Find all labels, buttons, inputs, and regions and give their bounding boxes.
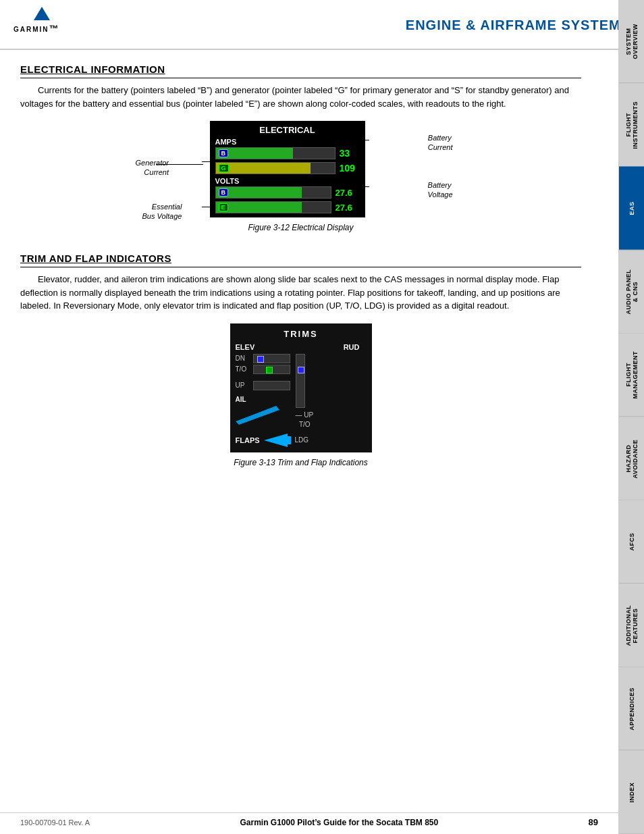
bat-current-line [356,140,369,140]
trademark-symbol: ™ [49,23,60,34]
to-elev-bar [253,365,290,374]
battery-volts-fill [216,187,302,198]
generator-amps-bar: G [215,162,336,174]
ess-connector [202,207,210,207]
sidebar-tab-index[interactable]: INDEX [619,751,644,835]
trim-flap-heading: TRIM AND FLAP INDICATORS [20,253,581,267]
battery-voltage-label: BatteryVoltage [428,180,453,200]
trim-display-box: TRIMS ELEV RUD DN [230,323,372,452]
svg-marker-1 [264,434,291,447]
flaps-label: FLAPS [236,436,260,444]
logo-wordmark: GARMIN [14,26,49,33]
dn-indicator [257,356,264,363]
essential-volts-bar: E [215,201,331,213]
svg-marker-0 [236,406,279,425]
battery-volts-row: B 27.6 [215,186,360,199]
ail-to-label: T/O [296,420,314,429]
ail-up-label: — UP [296,411,314,420]
electrical-information-section: ELECTRICAL INFORMATION Currents for the … [20,63,581,232]
electrical-display-box: ELECTRICAL AMPS B 33 G [210,121,365,217]
battery-badge: B [219,149,229,157]
generator-current-label: GeneratorCurrent [136,158,169,178]
electrical-information-heading: ELECTRICAL INFORMATION [20,63,581,78]
rud-column: — UP T/O [296,354,343,429]
battery-volts-bar: B [215,186,331,199]
amps-label: AMPS [215,138,360,146]
essential-volts-row: E 27.6 [215,201,360,213]
essential-bus-value: 27.6 [336,203,360,213]
generator-amps-row: G 109 [215,162,360,174]
trims-title: TRIMS [236,329,367,339]
sidebar-tab-flight-instruments[interactable]: FLIGHTINSTRUMENTS [619,84,644,167]
sidebar-tab-additional-features[interactable]: ADDITIONALFEATURES [619,584,644,668]
doc-title: Garmin G1000 Pilot’s Guide for the Socat… [240,818,439,827]
sidebar: SYSTEMOVERVIEW FLIGHTINSTRUMENTS EAS AUD… [618,0,644,834]
up-elev-row: UP [236,381,290,390]
sidebar-tab-afcs[interactable]: AFCS [619,500,644,584]
page-number: 89 [589,817,598,827]
essential-badge: E [219,203,228,211]
to-label: T/O [236,365,250,373]
section-title: ENGINE & AIRFRAME SYSTEMS [406,18,630,33]
trim-header-row: ELEV RUD [236,343,367,351]
trim-flap-section: TRIM AND FLAP INDICATORS Elevator, rudde… [20,253,581,467]
electrical-figure-caption: Figure 3-12 Electrical Display [248,223,353,232]
up-label: UP [236,382,250,389]
sidebar-tab-flight-management[interactable]: FLIGHTMANAGEMENT [619,334,644,417]
generator-current-value: 109 [340,163,360,174]
battery-voltage-value: 27.6 [336,188,360,198]
to-elev-indicator [266,367,273,373]
sidebar-tab-audio-panel[interactable]: AUDIO PANEL& CNS [619,251,644,334]
page-header: GARMIN™ ENGINE & AIRFRAME SYSTEMS [0,0,644,50]
electrical-diagram-wrapper: GeneratorCurrent EssentialBus Voltage Ba… [210,121,365,217]
aileron-wing-svg [236,405,279,425]
electrical-information-body: Currents for the battery (pointers label… [20,84,581,110]
sidebar-tab-system-overview[interactable]: SYSTEMOVERVIEW [619,0,644,84]
trim-flap-body: Elevator, rudder, and aileron trim indic… [20,273,581,313]
generator-badge: G [219,164,229,172]
doc-number: 190-00709-01 Rev. A [20,818,90,827]
battery-amps-bar: B [215,147,336,159]
ail-up-to-labels: — UP T/O [296,411,314,429]
sidebar-tab-eas[interactable]: EAS [619,167,644,251]
sidebar-tab-hazard-avoidance[interactable]: HAZARDAVOIDANCE [619,417,644,501]
essential-volts-fill [216,202,302,213]
page-footer: 190-00709-01 Rev. A Garmin G1000 Pilot’s… [0,812,618,827]
generator-amps-fill [216,163,311,174]
battery-volts-badge: B [219,188,229,197]
rud-indicator [298,367,304,373]
dn-label: DN [236,355,250,362]
garmin-logo: GARMIN™ [14,22,60,43]
elev-label: ELEV [236,343,255,351]
bat-voltage-line [356,186,369,187]
rud-bar [296,354,305,408]
electrical-figure: GeneratorCurrent EssentialBus Voltage Ba… [20,121,581,232]
battery-current-label: BatteryCurrent [428,133,453,153]
gen-connector [202,161,210,162]
electrical-title: ELECTRICAL [215,125,360,135]
garmin-triangle-icon [34,7,50,20]
dn-row: DN [236,354,290,363]
volts-label: VOLTS [215,177,360,185]
flap-arrow-svg [264,434,291,447]
battery-amps-row: B 33 [215,147,360,159]
aileron-area [236,405,279,425]
trim-figure-caption: Figure 3-13 Trim and Flap Indications [234,458,368,467]
ldg-label: LDG [295,436,309,444]
logo-area: GARMIN™ [14,7,60,43]
ail-label: AIL [236,396,246,403]
battery-current-value: 33 [340,148,360,159]
essential-bus-label: EssentialBus Voltage [142,202,182,221]
sidebar-tab-appendices[interactable]: APPENDICES [619,667,644,751]
flaps-row: FLAPS LDG [236,434,367,447]
elev-column: DN T/O [236,354,290,429]
trim-figure: TRIMS ELEV RUD DN [20,323,581,467]
up-elev-bar [253,381,290,390]
to-elev-row: T/O [236,365,290,374]
gen-current-line [156,164,203,165]
trim-main-area: DN T/O [236,354,367,429]
rud-label: RUD [344,343,360,351]
dn-bar [253,354,290,363]
main-content: ELECTRICAL INFORMATION Currents for the … [0,50,618,492]
